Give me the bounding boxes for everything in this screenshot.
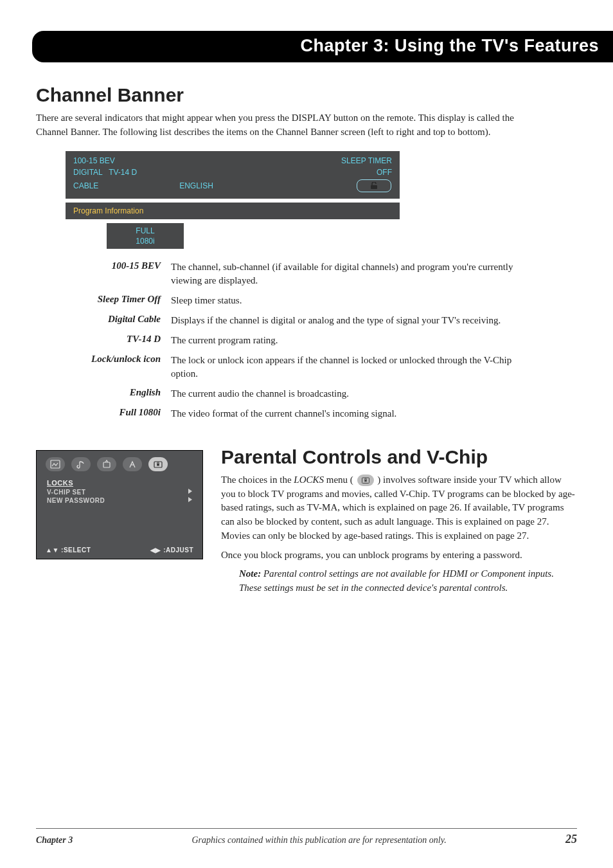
menu-item: NEW PASSWORD — [46, 496, 193, 505]
channel-banner-intro: There are several indicators that might … — [36, 111, 537, 140]
osd-rating: TV-14 D — [109, 168, 137, 177]
def-term: English — [36, 387, 171, 401]
menu-item-label: NEW PASSWORD — [47, 497, 105, 504]
footer-page-number: 25 — [565, 833, 577, 846]
osd-sleep-label: SLEEP TIMER — [286, 156, 392, 165]
audio-icon — [71, 457, 91, 471]
svg-rect-4 — [157, 464, 159, 466]
def-term: Sleep Timer Off — [36, 294, 171, 307]
parental-note: Note: Parental control settings are not … — [239, 567, 573, 595]
svg-rect-2 — [103, 462, 110, 467]
menu-item: V-CHIP SET — [46, 488, 193, 496]
osd-format-box: FULL 1080i — [107, 223, 184, 249]
svg-rect-6 — [364, 480, 366, 482]
def-row: Full 1080iThe video format of the curren… — [36, 407, 577, 420]
menu-item-label: V-CHIP SET — [47, 489, 85, 496]
parental-paragraph-2: Once you block programs, you can unblock… — [221, 548, 577, 563]
chevron-right-icon — [188, 489, 192, 494]
osd-digital: DIGITAL — [73, 168, 102, 177]
def-desc: The video format of the current channel'… — [171, 407, 518, 420]
osd-sleep-value: OFF — [286, 168, 392, 177]
def-desc: The current audio the channel is broadca… — [171, 387, 518, 401]
def-term: 100-15 BEV — [36, 260, 171, 287]
def-term: Full 1080i — [36, 407, 171, 420]
section-title-parental: Parental Controls and V-Chip — [221, 446, 577, 468]
channel-banner-definitions: 100-15 BEVThe channel, sub-channel (if a… — [36, 260, 577, 420]
section-title-channel-banner: Channel Banner — [36, 84, 577, 106]
osd-digital-rating: DIGITAL TV-14 D — [73, 168, 179, 177]
chapter-title-bar: Chapter 3: Using the TV's Features — [32, 31, 613, 62]
menu-icon-row — [46, 457, 193, 471]
def-term: Digital Cable — [36, 314, 171, 327]
def-term: TV-14 D — [36, 334, 171, 347]
menu-heading: LOCKS — [47, 479, 192, 487]
def-desc: The current program rating. — [171, 334, 518, 347]
osd-top-panel: 100-15 BEV SLEEP TIMER DIGITAL TV-14 D O… — [66, 151, 400, 199]
def-row: Digital CableDisplays if the channel is … — [36, 314, 577, 327]
def-row: EnglishThe current audio the channel is … — [36, 387, 577, 401]
page-footer: Chapter 3 Graphics contained within this… — [36, 828, 577, 846]
osd-cable: CABLE — [73, 181, 179, 190]
osd-full: FULL — [113, 226, 177, 236]
def-row: Sleep Timer OffSleep timer status. — [36, 294, 577, 307]
chevron-right-icon — [188, 497, 192, 502]
def-desc: The lock or unlock icon appears if the c… — [171, 354, 518, 381]
locks-inline-icon — [357, 475, 374, 486]
osd-program-info: Program Information — [66, 203, 400, 219]
def-row: Lock/unlock iconThe lock or unlock icon … — [36, 354, 577, 381]
osd-resolution: 1080i — [113, 236, 177, 246]
locks-menu-screenshot: LOCKS V-CHIP SET NEW PASSWORD ▲▼ :SELECT… — [36, 450, 203, 559]
picture-icon — [46, 457, 65, 471]
def-row: TV-14 DThe current program rating. — [36, 334, 577, 347]
locks-icon — [148, 457, 168, 471]
osd-language: ENGLISH — [179, 181, 285, 190]
footer-disclaimer: Graphics contained within this publicati… — [73, 835, 565, 845]
channel-banner-osd: 100-15 BEV SLEEP TIMER DIGITAL TV-14 D O… — [66, 151, 577, 249]
footer-chapter: Chapter 3 — [36, 835, 73, 845]
def-desc: Sleep timer status. — [171, 294, 518, 307]
def-desc: Displays if the channel is digital or an… — [171, 314, 518, 327]
svg-rect-0 — [371, 185, 377, 189]
footer-adjust: ◀▶ :ADJUST — [150, 547, 193, 554]
lock-icon — [357, 179, 391, 192]
osd-channel: 100-15 BEV — [73, 156, 179, 165]
setup-icon — [123, 457, 142, 471]
channel-icon — [97, 457, 116, 471]
svg-rect-1 — [51, 460, 60, 468]
def-term: Lock/unlock icon — [36, 354, 171, 381]
menu-footer: ▲▼ :SELECT ◀▶ :ADJUST — [46, 547, 193, 554]
footer-select: ▲▼ :SELECT — [46, 547, 91, 554]
def-row: 100-15 BEVThe channel, sub-channel (if a… — [36, 260, 577, 287]
def-desc: The channel, sub-channel (if available f… — [171, 260, 518, 287]
parental-paragraph-1: The choices in the LOCKS menu ( ) involv… — [221, 473, 577, 543]
